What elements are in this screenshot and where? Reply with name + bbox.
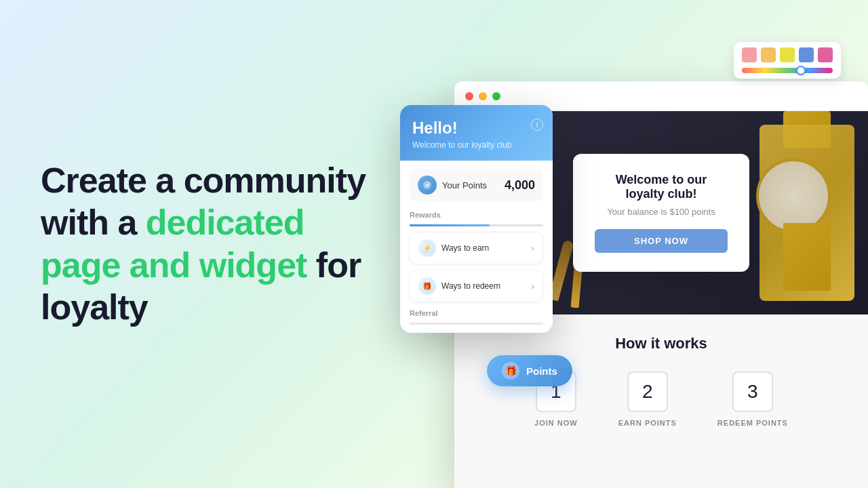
swatch-magenta[interactable] <box>818 47 833 62</box>
referral-bar <box>410 323 543 325</box>
color-swatches <box>742 47 833 62</box>
color-gradient-bar[interactable] <box>742 68 833 73</box>
referral-section: Referral <box>410 309 543 325</box>
step-2-label: EARN POINTS <box>618 419 677 427</box>
widget-body: Your Points 4,000 Rewards ⚡ Ways to earn… <box>400 161 553 333</box>
ways-to-earn-item[interactable]: ⚡ Ways to earn › <box>410 232 543 264</box>
points-label: Your Points <box>442 180 487 190</box>
ways-to-redeem-label: Ways to redeem <box>441 281 500 291</box>
rewards-title: Rewards <box>410 211 543 219</box>
ways-to-earn-icon: ⚡ <box>418 239 436 257</box>
heading-line1: Create a community <box>41 161 366 200</box>
highlight-page-widget: page and widget <box>41 245 307 285</box>
referral-title: Referral <box>410 309 543 317</box>
loyalty-widget: Hello! Welcome to our loyalty club i You… <box>400 105 553 333</box>
points-row: Your Points 4,000 <box>410 169 543 201</box>
step-2-number: 2 <box>627 371 668 412</box>
browser-dot-red[interactable] <box>465 92 473 100</box>
step-2: 2 EARN POINTS <box>618 371 677 427</box>
shop-now-button[interactable]: SHOP NOW <box>595 229 728 253</box>
rewards-progress-bar <box>410 224 543 226</box>
ways-to-redeem-arrow: › <box>531 281 534 291</box>
widget-greeting: Hello! <box>412 119 540 138</box>
ways-to-earn-arrow: › <box>531 243 534 253</box>
swatch-pink[interactable] <box>742 47 757 62</box>
loyalty-popup: Welcome to our loyalty club! Your balanc… <box>573 154 749 272</box>
heading-line4: loyalty <box>41 287 148 327</box>
watch-strap-bottom <box>783 223 831 291</box>
gradient-thumb[interactable] <box>796 66 806 75</box>
ways-to-redeem-icon: 🎁 <box>418 277 436 295</box>
swatch-orange[interactable] <box>761 47 776 62</box>
badge-icon: 🎁 <box>502 362 519 380</box>
ways-to-earn-left: ⚡ Ways to earn <box>418 239 489 257</box>
widget-header: Hello! Welcome to our loyalty club i <box>400 105 553 161</box>
hero-text: Create a community with a dedicated page… <box>41 159 366 329</box>
how-it-works-section: How it works 1 JOIN NOW 2 EARN POINTS 3 … <box>454 314 868 488</box>
rewards-bar-fill <box>410 224 490 226</box>
swatch-blue[interactable] <box>799 47 814 62</box>
loyalty-popup-title: Welcome to our loyalty club! <box>595 173 728 201</box>
step-3-label: REDEEM POINTS <box>717 419 788 427</box>
main-heading: Create a community with a dedicated page… <box>41 159 366 329</box>
ways-to-redeem-left: 🎁 Ways to redeem <box>418 277 500 295</box>
points-value: 4,000 <box>505 178 535 192</box>
heading-line3-suffix: for <box>307 245 361 285</box>
badge-label: Points <box>526 365 557 377</box>
heading-line2: with a dedicated <box>41 203 304 243</box>
browser-dot-yellow[interactable] <box>479 92 487 100</box>
step-3-number: 3 <box>732 371 773 412</box>
step-3: 3 REDEEM POINTS <box>717 371 788 427</box>
step-1-label: JOIN NOW <box>534 419 578 427</box>
points-icon <box>418 176 437 195</box>
highlight-dedicated: dedicated <box>146 203 304 243</box>
rewards-section: Rewards ⚡ Ways to earn › 🎁 Ways to redee… <box>410 211 543 302</box>
color-picker-panel[interactable] <box>734 42 841 79</box>
swatch-yellow[interactable] <box>780 47 795 62</box>
browser-dot-green[interactable] <box>492 92 500 100</box>
points-badge[interactable]: 🎁 Points <box>487 355 572 386</box>
how-it-works-title: How it works <box>481 335 841 352</box>
watch-face <box>756 159 831 233</box>
widget-info-icon[interactable]: i <box>531 119 543 131</box>
loyalty-popup-subtitle: Your balance is $100 points <box>595 207 728 217</box>
widget-subtitle: Welcome to our loyalty club <box>412 140 540 150</box>
ways-to-redeem-item[interactable]: 🎁 Ways to redeem › <box>410 270 543 302</box>
ways-to-earn-label: Ways to earn <box>441 243 489 253</box>
points-left: Your Points <box>418 176 487 195</box>
